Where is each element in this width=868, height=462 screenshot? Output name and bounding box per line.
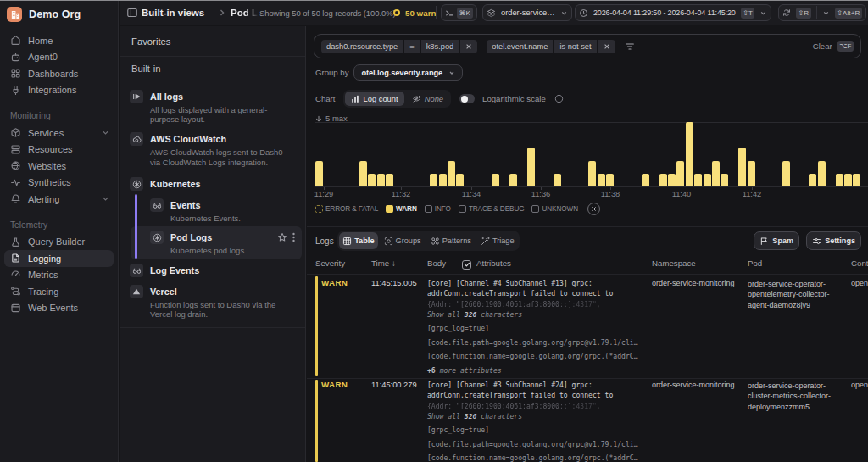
- chart-bar[interactable]: [853, 174, 860, 186]
- column-header-body[interactable]: Body: [427, 259, 446, 268]
- legend-item-trace-debug[interactable]: TRACE & DEBUG: [459, 205, 525, 213]
- sidebar-item-dashboards[interactable]: Dashboards: [0, 65, 118, 82]
- remove-filter-icon[interactable]: [598, 40, 615, 53]
- filter-value[interactable]: k8s.pod: [421, 40, 459, 53]
- spam-button[interactable]: Spam: [754, 231, 799, 250]
- view-item-all-logs[interactable]: All logs All logs displayed with a gener…: [120, 90, 305, 125]
- chart-bar[interactable]: [782, 161, 790, 186]
- show-all-link[interactable]: Show all 326 characters: [427, 309, 651, 320]
- sidebar-item-alerting[interactable]: Alerting: [0, 191, 118, 208]
- sidebar-item-logging[interactable]: Logging: [4, 250, 114, 267]
- chart-bar[interactable]: [844, 174, 852, 186]
- chart-bar[interactable]: [509, 174, 517, 186]
- sidebar-item-synthetics[interactable]: Synthetics: [0, 175, 118, 192]
- chart-bar[interactable]: [836, 174, 843, 186]
- sidebar-item-resources[interactable]: Resources: [0, 142, 118, 159]
- collapse-sidebar-button[interactable]: [126, 0, 138, 25]
- column-header-severity[interactable]: Severity: [315, 259, 345, 268]
- chart-bar[interactable]: [676, 161, 684, 186]
- attributes-toggle[interactable]: Attributes: [462, 259, 511, 270]
- filter-operator[interactable]: =: [404, 40, 419, 53]
- chart-bar[interactable]: [686, 122, 693, 186]
- sidebar-item-web-events[interactable]: Web Events: [0, 300, 118, 317]
- column-header-pod[interactable]: Pod: [748, 259, 762, 268]
- favorite-star-icon[interactable]: [277, 232, 287, 242]
- chart-bar[interactable]: [738, 148, 746, 186]
- column-header-container[interactable]: Container: [851, 259, 868, 268]
- chart-bar[interactable]: [430, 174, 437, 186]
- chart-bar[interactable]: [359, 161, 367, 186]
- settings-button[interactable]: Settings: [806, 231, 861, 250]
- refresh-icon[interactable]: [782, 8, 791, 17]
- chart-bar[interactable]: [588, 161, 596, 186]
- chart-bar[interactable]: [721, 174, 728, 186]
- chart-bar[interactable]: [818, 161, 826, 186]
- chart-bar[interactable]: [668, 174, 676, 186]
- sidebar-item-integrations[interactable]: Integrations: [0, 82, 118, 99]
- chart-bar[interactable]: [606, 174, 614, 186]
- filter-operator[interactable]: is not set: [554, 40, 596, 53]
- filter-bar[interactable]: dash0.resource.type = k8s.pod otel.event…: [314, 34, 861, 58]
- view-item-log-events[interactable]: Log Events: [120, 264, 305, 277]
- chart-bar[interactable]: [377, 174, 385, 186]
- sidebar-item-metrics[interactable]: Metrics: [0, 267, 118, 284]
- chart-bar[interactable]: [386, 174, 393, 186]
- group-by-select[interactable]: otel.log.severity.range: [353, 64, 463, 81]
- legend-item-unknown[interactable]: UNKNOWN: [531, 205, 578, 213]
- column-header-namespace[interactable]: Namespace: [652, 259, 696, 268]
- legend-item-error-fatal[interactable]: ERROR & FATAL: [315, 205, 378, 213]
- tab-patterns[interactable]: Patterns: [426, 232, 475, 249]
- favorites-header[interactable]: Favorites: [120, 26, 305, 57]
- legend-item-info[interactable]: INFO: [425, 205, 451, 213]
- column-header-time[interactable]: Time ↓: [371, 259, 396, 268]
- view-item-kubernetes[interactable]: Kubernetes: [120, 177, 305, 191]
- chart-bar[interactable]: [492, 174, 499, 186]
- chart-bar[interactable]: [809, 174, 816, 186]
- show-all-link[interactable]: Show all 326 characters: [427, 411, 651, 421]
- org-switcher[interactable]: Demo Org: [0, 0, 118, 28]
- clear-filters-button[interactable]: Clear ⌥F: [813, 41, 854, 52]
- info-icon[interactable]: [554, 94, 564, 103]
- filter-chip[interactable]: otel.event.name is not set: [487, 40, 615, 53]
- chart-bar[interactable]: [315, 161, 323, 186]
- more-attributes-link[interactable]: +6 more attributes: [427, 365, 651, 376]
- sidebar-item-query-builder[interactable]: Query Builder: [0, 234, 118, 251]
- log-row[interactable]: WARN 11:45:15.005 [core] [Channel #4 Sub…: [307, 274, 868, 378]
- chart-bar[interactable]: [748, 161, 755, 186]
- breadcrumb-root[interactable]: Built-in views: [142, 8, 204, 18]
- chart-bar[interactable]: [642, 174, 649, 186]
- chart-bar[interactable]: [527, 148, 535, 186]
- chart-bar[interactable]: [694, 174, 702, 186]
- view-item-pod-logs[interactable]: Pod Logs Kubernetes pod logs.: [120, 231, 305, 256]
- tab-table[interactable]: Table: [339, 232, 378, 249]
- view-item-vercel[interactable]: Vercel Function logs sent to Dash0 via t…: [120, 285, 305, 320]
- warn-indicator[interactable]: 50 warn: [393, 0, 437, 25]
- chart-plot[interactable]: [315, 122, 868, 186]
- kebab-menu-icon[interactable]: [292, 232, 295, 242]
- view-item-aws-cloudwatch[interactable]: AWS CloudWatch AWS CloudWatch logs sent …: [120, 132, 305, 167]
- dataset-select[interactable]: order-service…: [482, 0, 572, 25]
- tab-triage[interactable]: Triage: [476, 232, 518, 249]
- chart-bar[interactable]: [598, 174, 605, 186]
- sidebar-item-home[interactable]: Home: [0, 32, 118, 49]
- log-scale-toggle[interactable]: [459, 94, 475, 103]
- chart-bar[interactable]: [712, 161, 720, 186]
- chart-bar[interactable]: [368, 174, 376, 186]
- filter-funnel-icon[interactable]: [625, 42, 635, 52]
- chart-bar[interactable]: [704, 174, 711, 186]
- chart-mode-none[interactable]: None: [406, 92, 449, 106]
- log-row[interactable]: WARN 11:45:00.279 [core] [Channel #3 Sub…: [307, 379, 868, 462]
- sidebar-item-tracing[interactable]: Tracing: [0, 283, 118, 300]
- chart-mode-log-count[interactable]: Log count: [345, 92, 403, 106]
- filter-key[interactable]: dash0.resource.type: [321, 40, 403, 53]
- sidebar-item-agent0[interactable]: Agent0: [0, 49, 118, 66]
- breadcrumb-current[interactable]: Pod Logs: [231, 0, 259, 25]
- chart-bar[interactable]: [659, 174, 667, 186]
- filter-chip[interactable]: dash0.resource.type = k8s.pod: [321, 40, 477, 53]
- attributes-checkbox[interactable]: [462, 260, 471, 270]
- sidebar-item-websites[interactable]: Websites: [0, 158, 118, 175]
- remove-filter-icon[interactable]: [460, 40, 477, 53]
- tab-groups[interactable]: Groups: [380, 232, 425, 249]
- command-palette-button[interactable]: ⌘K: [441, 0, 477, 25]
- sidebar-item-services[interactable]: Services: [0, 125, 118, 142]
